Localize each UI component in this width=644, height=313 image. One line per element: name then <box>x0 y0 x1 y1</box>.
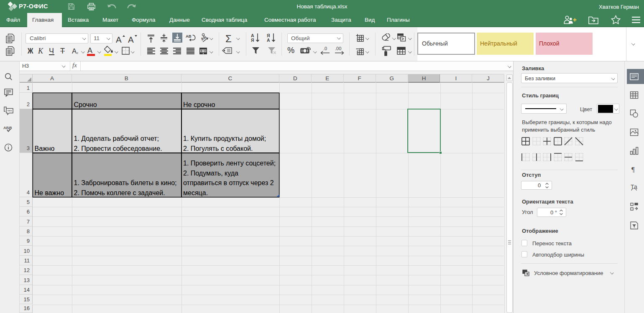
svg-text:AB: AB <box>186 34 192 38</box>
svg-text:А: А <box>116 35 122 44</box>
svg-text:А: А <box>267 38 270 43</box>
svg-text:А: А <box>128 35 134 44</box>
svg-text:Я: Я <box>251 38 254 43</box>
svg-text:.0: .0 <box>323 46 327 51</box>
svg-text:АБ: АБ <box>200 34 207 41</box>
svg-text:¶: ¶ <box>631 165 635 173</box>
svg-text:Σ: Σ <box>225 33 232 43</box>
svg-text:.00: .00 <box>335 46 341 51</box>
svg-text:Та: Та <box>631 183 637 190</box>
